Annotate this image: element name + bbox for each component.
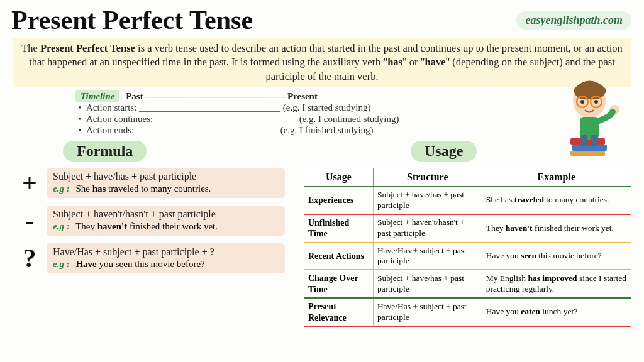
usage-table: Usage Structure Example Experiences Subj… <box>304 168 631 327</box>
table-header: Usage <box>304 168 373 187</box>
table-row: Experiences Subject + have/has + past pa… <box>304 187 631 214</box>
intro-text: " or " <box>402 56 425 68</box>
ex-text: Have you <box>486 251 521 260</box>
ex-bold: haven't <box>506 223 533 233</box>
timeline-eg: (e.g. I started studying) <box>280 102 370 112</box>
eg-bold: has <box>92 184 106 194</box>
ex-bold: seen <box>521 251 536 260</box>
usage-structure: Subject + have/has + past participle <box>373 270 482 298</box>
eg-text: She <box>75 184 92 194</box>
formula-heading: Formula <box>63 141 147 162</box>
usage-structure: Have/Has + subject + past participle <box>373 298 482 326</box>
ex-bold: traveled <box>514 195 544 204</box>
timeline-item: Action starts: _________________________… <box>86 102 280 112</box>
table-header: Example <box>482 168 631 187</box>
intro-bold: have <box>425 56 445 68</box>
table-row: Present Relevance Have/Has + subject + p… <box>304 298 631 326</box>
usage-column: Usage Usage Structure Example Experience… <box>304 138 631 327</box>
ex-text: this movie before? <box>536 251 602 260</box>
usage-heading: Usage <box>411 141 477 162</box>
ex-text: to many countries. <box>544 195 609 204</box>
formula-question: ? Have/Has + subject + past participle +… <box>13 243 285 273</box>
timeline-present: Present <box>287 91 318 101</box>
eg-text: you seen this movie before? <box>97 259 205 269</box>
eg-label: e.g : <box>53 221 70 231</box>
timeline-item: Action continues: ______________________… <box>86 114 297 124</box>
timeline-eg: (e.g. I continued studying) <box>297 114 399 124</box>
bullet-icon: • <box>75 114 84 124</box>
ex-bold: has improved <box>528 273 577 283</box>
question-icon: ? <box>13 243 47 273</box>
ex-text: finished their work yet. <box>533 223 614 233</box>
intro-bold: Present Perfect Tense <box>40 42 135 54</box>
eg-label: e.g : <box>53 184 70 194</box>
formula-column: Formula + Subject + have/has + past part… <box>13 138 285 327</box>
ex-text: lunch yet? <box>540 307 577 316</box>
table-row: Unfinished Time Subject + haven't/hasn't… <box>304 214 631 243</box>
minus-icon: - <box>13 206 47 236</box>
usage-example: Have you eaten lunch yet? <box>482 298 631 326</box>
formula-line: Subject + haven't/hasn't + past particip… <box>53 209 279 220</box>
usage-name: Unfinished Time <box>304 214 373 243</box>
intro-paragraph: The Present Perfect Tense is a verb tens… <box>13 38 631 87</box>
svg-point-6 <box>580 100 584 104</box>
usage-structure: Have/Has + subject + past participle <box>373 243 482 270</box>
timeline-dashes: ----------------------------------------… <box>143 91 287 101</box>
ex-text: They <box>486 223 506 233</box>
timeline-past: Past <box>126 91 143 101</box>
usage-name: Change Over Time <box>304 270 373 298</box>
eg-bold: haven't <box>97 221 128 231</box>
usage-example: She has traveled to many countries. <box>482 187 631 214</box>
eg-text: They <box>75 221 97 231</box>
usage-name: Experiences <box>304 187 373 214</box>
eg-text: traveled to many countries. <box>106 184 211 194</box>
eg-label: e.g : <box>53 259 70 269</box>
bullet-icon: • <box>75 125 84 136</box>
usage-name: Recent Actions <box>304 243 373 270</box>
plus-icon: + <box>13 168 47 198</box>
site-watermark: easyenglishpath.com <box>516 11 631 30</box>
usage-example: My English has improved since I started … <box>482 270 631 298</box>
intro-text: The <box>21 42 40 54</box>
page-title: Present Perfect Tense <box>11 5 253 35</box>
intro-bold: has <box>387 56 402 68</box>
ex-text: She has <box>486 195 514 204</box>
formula-line: Subject + have/has + past participle <box>53 171 279 182</box>
usage-name: Present Relevance <box>304 298 373 326</box>
timeline-eg: (e.g. I finished studying) <box>278 125 374 135</box>
formula-negative: - Subject + haven't/hasn't + past partic… <box>13 206 285 236</box>
eg-bold: Have <box>75 259 96 269</box>
ex-bold: eaten <box>521 307 540 316</box>
ex-text: Have you <box>486 307 521 316</box>
table-row: Recent Actions Have/Has + subject + past… <box>304 243 631 270</box>
formula-positive: + Subject + have/has + past participle e… <box>13 168 285 198</box>
svg-point-7 <box>594 100 598 104</box>
usage-example: They haven't finished their work yet. <box>482 214 631 243</box>
usage-example: Have you seen this movie before? <box>482 243 631 270</box>
usage-structure: Subject + haven't/hasn't + past particip… <box>373 214 482 243</box>
formula-line: Have/Has + subject + past participle + ? <box>53 246 279 258</box>
table-row: Change Over Time Subject + have/has + pa… <box>304 270 631 298</box>
ex-text: My English <box>486 273 528 283</box>
timeline-item: Action ends: ___________________________… <box>86 125 278 135</box>
bullet-icon: • <box>75 102 84 113</box>
eg-text: finished their work yet. <box>127 221 218 231</box>
usage-structure: Subject + have/has + past participle <box>373 187 482 214</box>
timeline-label: Timeline <box>75 90 119 102</box>
table-header: Structure <box>373 168 482 187</box>
